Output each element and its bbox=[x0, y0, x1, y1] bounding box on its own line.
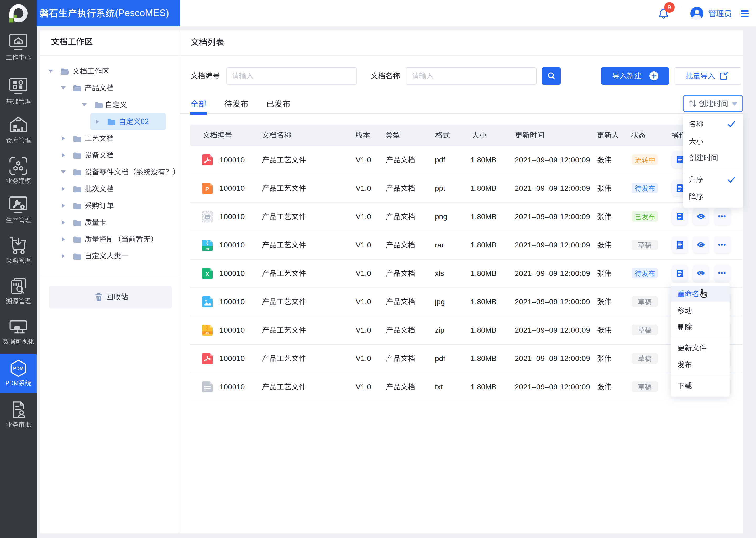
svg-text:PDM: PDM bbox=[13, 366, 24, 371]
svg-text:rar: rar bbox=[205, 247, 209, 250]
svg-text:zip: zip bbox=[205, 331, 209, 334]
svg-text:P: P bbox=[205, 186, 209, 192]
svg-text:X: X bbox=[205, 271, 209, 277]
